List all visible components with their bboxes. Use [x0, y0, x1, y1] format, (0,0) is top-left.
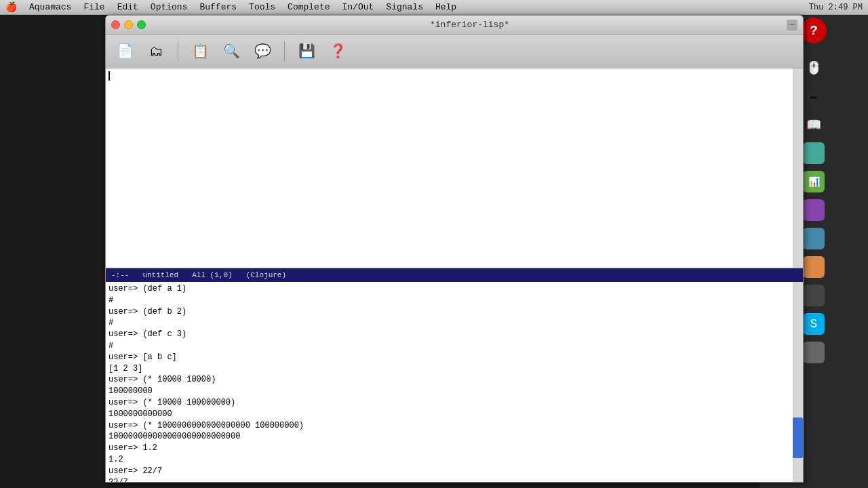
top-mode-line: -:-- untitled All (1,0) (Clojure)	[106, 268, 803, 282]
mode-line-mode: -:--	[111, 271, 129, 279]
repl-line: user=> (* 10000 100000000)	[108, 397, 790, 409]
mode-line-major-mode: (Clojure)	[246, 271, 286, 279]
sidebar-dark-icon[interactable]	[800, 282, 827, 309]
menu-signals[interactable]: Signals	[380, 1, 429, 14]
repl-line: 1.2	[108, 454, 790, 466]
sidebar-skype-icon[interactable]: S	[800, 310, 827, 338]
traffic-lights	[111, 20, 146, 29]
repl-line: 100000000	[108, 386, 790, 397]
menubar: 🍎 Aquamacs File Edit Options Buffers Too…	[0, 0, 868, 15]
close-button[interactable]	[111, 20, 120, 29]
main-window: *inferior-lisp* — 📄 🗂 📋 🔍 💬 💾 ❓	[105, 15, 804, 483]
search-button[interactable]: 🔍	[219, 39, 243, 64]
maximize-button[interactable]	[137, 20, 146, 29]
menu-options[interactable]: Options	[145, 1, 193, 14]
apple-menu[interactable]: 🍎	[5, 1, 17, 13]
sidebar-cursor-icon[interactable]: 🖱️	[800, 54, 827, 81]
repl-prompt-text: user=> (* 10000 100000000)	[108, 398, 235, 407]
menu-file[interactable]: File	[78, 1, 110, 14]
bottom-mode-line: -:** *inferior-lisp* Bot (78,7) (Inferio…	[106, 482, 803, 483]
repl-line: user=> (def b 2)	[108, 306, 790, 318]
window-collapse[interactable]: —	[787, 20, 797, 30]
repl-line: 1000000000000	[108, 409, 790, 420]
menu-buffers[interactable]: Buffers	[194, 1, 242, 14]
repl-output-text: 1.2	[108, 455, 123, 464]
toolbar-separator-2	[284, 41, 285, 62]
menu-complete[interactable]: Complete	[282, 1, 335, 14]
chat-button[interactable]: 💬	[250, 39, 275, 64]
repl-output-text: #	[108, 341, 113, 350]
chat-icon: 💬	[254, 43, 271, 60]
save-icon: 💾	[298, 43, 315, 60]
repl-line: #	[108, 295, 790, 306]
repl-line: #	[108, 317, 790, 329]
menubar-right: Thu 2:49 PM	[809, 3, 863, 12]
open-file-icon: 🗂	[149, 43, 163, 60]
copy-button[interactable]: 📋	[188, 39, 212, 64]
repl-prompt-text: user=> (* 1000000000000000000 100000000)	[108, 421, 304, 430]
sidebar-pencil-icon[interactable]: ✏️	[800, 83, 827, 110]
open-file-button[interactable]: 🗂	[144, 39, 168, 64]
repl-output-text: #	[108, 318, 113, 327]
repl-output-text: 22/7	[108, 478, 128, 482]
sidebar-book-icon[interactable]: 📖	[800, 111, 827, 138]
editor-content[interactable]	[106, 68, 793, 268]
repl-prompt-text: user=> (def c 3)	[108, 329, 186, 339]
repl-prompt-text: user=> 22/7	[108, 466, 162, 476]
menu-help[interactable]: Help	[430, 1, 462, 14]
help-button[interactable]: ❓	[326, 39, 350, 64]
sidebar-green-icon[interactable]	[800, 140, 827, 167]
repl-output-text: 100000000000000000000000000	[108, 432, 240, 441]
help-icon: ❓	[330, 43, 347, 60]
repl-scrollbar-thumb[interactable]	[793, 418, 803, 458]
titlebar: *inferior-lisp* —	[106, 16, 803, 35]
repl-line: user=> (* 10000 10000)	[108, 374, 790, 386]
repl-output-text: 1000000000000	[108, 409, 172, 419]
toolbar: 📄 🗂 📋 🔍 💬 💾 ❓	[106, 35, 803, 68]
new-file-button[interactable]: 📄	[113, 39, 137, 64]
menu-aquamacs[interactable]: Aquamacs	[24, 1, 77, 14]
minimize-button[interactable]	[124, 20, 133, 29]
repl-line: #	[108, 340, 790, 352]
repl-output-text: 100000000	[108, 386, 153, 396]
repl-prompt-text: user=> (def b 2)	[108, 307, 186, 317]
repl-scrollbar[interactable]	[793, 282, 803, 482]
editor-scrollbar[interactable]	[793, 68, 803, 268]
new-file-icon: 📄	[117, 43, 134, 60]
repl-line: 22/7	[108, 477, 790, 482]
repl-output-text: [1 2 3]	[108, 364, 142, 373]
menu-inout[interactable]: In/Out	[337, 1, 380, 14]
repl-line: [1 2 3]	[108, 363, 790, 375]
sidebar-blue-icon[interactable]	[800, 225, 827, 252]
repl-prompt-text: user=> (* 10000 10000)	[108, 375, 216, 384]
sidebar-purple-icon[interactable]	[800, 197, 827, 224]
copy-icon: 📋	[192, 43, 209, 60]
repl-line: 100000000000000000000000000	[108, 431, 790, 443]
repl-line: user=> (def a 1)	[108, 283, 790, 295]
editor-area[interactable]	[106, 68, 803, 268]
menu-tools[interactable]: Tools	[243, 1, 281, 14]
repl-line: user=> (* 1000000000000000000 100000000)	[108, 420, 790, 432]
repl-line: user=> 22/7	[108, 466, 790, 477]
repl-prompt-text: user=> [a b c]	[108, 352, 177, 362]
window-title: *inferior-lisp*	[153, 20, 787, 30]
repl-output-text: #	[108, 296, 113, 305]
sidebar-misc-icon[interactable]	[800, 339, 827, 366]
repl-line: user=> (def c 3)	[108, 329, 790, 340]
sidebar-question-icon[interactable]: ?	[801, 18, 827, 43]
repl-prompt-text: user=> (def a 1)	[108, 284, 186, 293]
clock: Thu 2:49 PM	[809, 3, 863, 12]
repl-prompt-text: user=> 1.2	[108, 443, 157, 453]
mode-line-position: All (1,0)	[192, 271, 232, 279]
repl-area[interactable]: user=> (def a 1)#user=> (def b 2)#user=>…	[106, 282, 803, 482]
toolbar-separator-1	[178, 41, 178, 62]
repl-line: user=> [a b c]	[108, 352, 790, 363]
sidebar-orange-icon[interactable]	[800, 253, 827, 281]
repl-content[interactable]: user=> (def a 1)#user=> (def b 2)#user=>…	[106, 282, 793, 482]
mode-line-buffer: untitled	[142, 271, 178, 279]
save-button[interactable]: 💾	[294, 39, 319, 64]
repl-line: user=> 1.2	[108, 443, 790, 454]
sidebar-chart-icon[interactable]: 📊	[800, 168, 827, 195]
search-icon: 🔍	[223, 43, 240, 60]
menu-edit[interactable]: Edit	[112, 1, 144, 14]
